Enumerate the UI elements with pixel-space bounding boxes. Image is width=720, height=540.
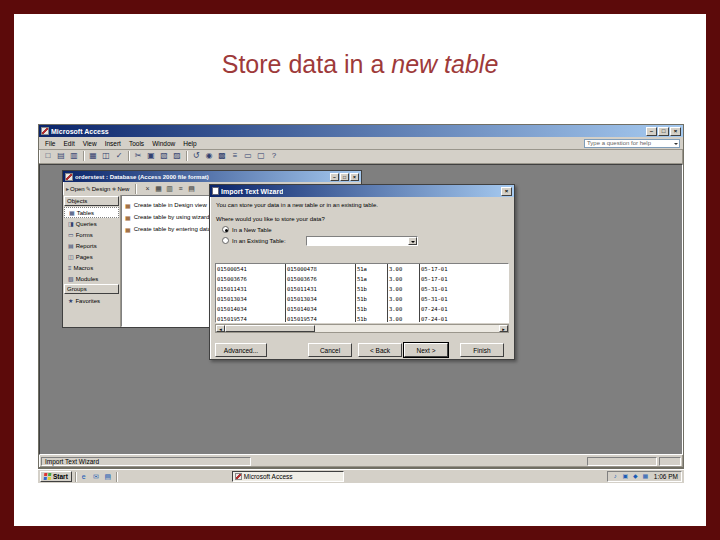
menu-edit[interactable]: Edit bbox=[59, 140, 78, 147]
object-item-modules[interactable]: ▧Modules bbox=[64, 273, 119, 284]
paste-icon[interactable]: ▧ bbox=[158, 150, 170, 162]
cancel-button[interactable]: Cancel bbox=[308, 343, 352, 357]
back-button[interactable]: < Back bbox=[358, 343, 402, 357]
design-button[interactable]: ✎Design bbox=[86, 185, 111, 192]
object-item-pages[interactable]: ◫Pages bbox=[64, 251, 119, 262]
volume-icon[interactable]: ♪ bbox=[611, 472, 620, 481]
close-button[interactable]: × bbox=[670, 127, 681, 136]
hyperlink-icon[interactable]: ◉ bbox=[203, 150, 215, 162]
cut-icon[interactable]: ✂ bbox=[132, 150, 144, 162]
wizard-question-text: Where would you like to store your data? bbox=[216, 216, 325, 222]
new-icon[interactable]: □ bbox=[42, 150, 54, 162]
internet-explorer-icon[interactable]: e bbox=[79, 472, 89, 482]
open-button[interactable]: ▸Open bbox=[66, 185, 85, 192]
database-titlebar[interactable]: orderstest : Database (Access 2000 file … bbox=[63, 171, 361, 182]
design-icon: ✎ bbox=[86, 185, 91, 192]
delete-icon[interactable]: × bbox=[142, 184, 152, 194]
object-item-reports[interactable]: ▤Reports bbox=[64, 240, 119, 251]
new-button[interactable]: ∗New bbox=[111, 185, 129, 192]
next-button[interactable]: Next > bbox=[404, 343, 448, 357]
wizard-titlebar[interactable]: Import Text Wizard × bbox=[210, 185, 514, 197]
grid-cell: 015003676 bbox=[286, 274, 356, 284]
groups-header[interactable]: Groups bbox=[64, 284, 119, 294]
table-icon: ▦ bbox=[125, 226, 131, 233]
scrollbar-thumb[interactable] bbox=[225, 325, 315, 332]
scroll-left-button[interactable]: ◂ bbox=[216, 325, 225, 332]
existing-table-combobox[interactable] bbox=[306, 236, 418, 246]
object-item-queries[interactable]: ◨Queries bbox=[64, 218, 119, 229]
small-icons-icon[interactable]: ▥ bbox=[164, 184, 174, 194]
scrollbar-track[interactable] bbox=[225, 325, 499, 332]
status-text: Import Text Wizard bbox=[41, 457, 251, 466]
radio-existing-table[interactable]: In an Existing Table: bbox=[222, 237, 286, 244]
save-icon[interactable]: ▥ bbox=[68, 150, 80, 162]
help-icon[interactable]: ? bbox=[268, 150, 280, 162]
new-object-icon[interactable]: ▢ bbox=[255, 150, 267, 162]
menu-tools[interactable]: Tools bbox=[125, 140, 148, 147]
finish-button[interactable]: Finish bbox=[460, 343, 504, 357]
slide: Store data in a new table Microsoft Acce… bbox=[14, 14, 706, 526]
display-icon[interactable]: ▣ bbox=[621, 472, 630, 481]
chevron-down-icon bbox=[408, 237, 417, 245]
macros-icon: ≡ bbox=[68, 265, 72, 271]
copy-icon[interactable]: ▣ bbox=[145, 150, 157, 162]
menu-window[interactable]: Window bbox=[148, 140, 179, 147]
undo-icon[interactable]: ↺ bbox=[190, 150, 202, 162]
outlook-icon[interactable]: ✉ bbox=[91, 472, 101, 482]
object-item-macros[interactable]: ≡Macros bbox=[64, 262, 119, 273]
toolbar-separator bbox=[83, 151, 84, 161]
advanced-button[interactable]: Advanced... bbox=[215, 343, 267, 357]
minimize-button[interactable]: – bbox=[646, 127, 657, 136]
spelling-icon[interactable]: ✓ bbox=[113, 150, 125, 162]
grid-cell: 51b bbox=[356, 304, 388, 314]
help-question-box[interactable]: Type a question for help bbox=[584, 139, 680, 148]
wizard-close-button[interactable]: × bbox=[501, 187, 512, 196]
start-button[interactable]: Start bbox=[40, 471, 72, 482]
taskbar-separator bbox=[116, 472, 117, 482]
db-minimize-button[interactable]: – bbox=[330, 173, 339, 181]
task-button-label: Microsoft Access bbox=[244, 473, 293, 480]
antivirus-icon[interactable]: ◆ bbox=[631, 472, 640, 481]
task-button-microsoft-access[interactable]: Microsoft Access bbox=[232, 471, 344, 482]
horizontal-scrollbar[interactable]: ◂ ▸ bbox=[215, 324, 509, 333]
access-app-icon bbox=[41, 127, 49, 135]
object-item-forms[interactable]: ▭Forms bbox=[64, 229, 119, 240]
db-close-button[interactable]: × bbox=[350, 173, 359, 181]
radio-button-new-table[interactable] bbox=[222, 226, 229, 233]
code-icon[interactable]: ≡ bbox=[229, 150, 241, 162]
grid-row: 01501143101501143151b3.0005-31-01 bbox=[216, 284, 508, 294]
open-icon[interactable]: ▤ bbox=[55, 150, 67, 162]
grid-cell: 015013034 bbox=[216, 294, 286, 304]
print-preview-icon[interactable]: ◫ bbox=[100, 150, 112, 162]
menu-insert[interactable]: Insert bbox=[101, 140, 125, 147]
large-icons-icon[interactable]: ▦ bbox=[153, 184, 163, 194]
restore-button[interactable]: □ bbox=[658, 127, 669, 136]
group-item-favorites[interactable]: ★Favorites bbox=[64, 295, 119, 306]
grid-cell: 51b bbox=[356, 284, 388, 294]
radio-button-existing-table[interactable] bbox=[222, 237, 229, 244]
grid-cell: 51a bbox=[356, 264, 388, 274]
list-view-icon[interactable]: ≡ bbox=[175, 184, 185, 194]
object-item-tables[interactable]: ▦Tables bbox=[64, 207, 119, 218]
analyze-icon[interactable]: ▩ bbox=[216, 150, 228, 162]
menu-file[interactable]: File bbox=[41, 140, 59, 147]
show-desktop-icon[interactable]: ▤ bbox=[103, 472, 113, 482]
menu-view[interactable]: View bbox=[79, 140, 101, 147]
format-painter-icon[interactable]: ▨ bbox=[171, 150, 183, 162]
scroll-right-button[interactable]: ▸ bbox=[499, 325, 508, 332]
main-toolbar: □▤▥▦◫✓✂▣▧▨↺◉▩≡▭▢? bbox=[39, 149, 683, 164]
details-view-icon[interactable]: ▤ bbox=[186, 184, 196, 194]
properties-icon[interactable]: ▭ bbox=[242, 150, 254, 162]
network-icon[interactable]: ▦ bbox=[641, 472, 650, 481]
new-label: New bbox=[117, 186, 129, 192]
menu-help[interactable]: Help bbox=[179, 140, 200, 147]
radio-new-table[interactable]: In a New Table bbox=[222, 226, 272, 233]
access-titlebar[interactable]: Microsoft Access –□× bbox=[39, 125, 683, 137]
objects-header[interactable]: Objects bbox=[64, 196, 119, 206]
preview-grid[interactable]: 01500054101500047851a3.0005-17-010150036… bbox=[215, 263, 509, 323]
database-icon bbox=[65, 173, 73, 181]
taskbar-separator bbox=[75, 472, 76, 482]
print-icon[interactable]: ▦ bbox=[87, 150, 99, 162]
db-restore-button[interactable]: □ bbox=[340, 173, 349, 181]
object-label: Reports bbox=[76, 243, 97, 249]
